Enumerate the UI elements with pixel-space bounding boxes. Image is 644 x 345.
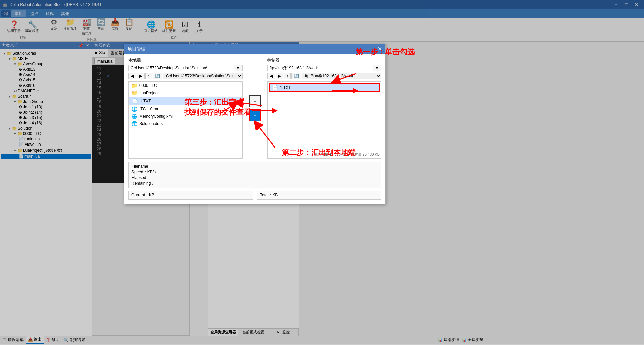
- modal-controller-path-input[interactable]: [267, 65, 371, 71]
- file-item-name: 0000_ITC: [139, 83, 157, 88]
- modal-controller-label: 控制器: [267, 58, 381, 63]
- modal-local-path-input[interactable]: [128, 65, 232, 71]
- modal-remaining: Remaining：: [131, 181, 378, 186]
- modal-body: 本地端 ▼ ◀ ▶ ↑ 🔄 C:\Users\15723\Desktop\Sol…: [124, 54, 385, 204]
- disk-info: 剩余容量 19,580 KB，总容量 20,480 KB: [314, 152, 380, 157]
- archive-icon: 🌐: [131, 106, 137, 112]
- modal-transfer-col: → ←: [247, 58, 263, 159]
- file-item-itcrar[interactable]: 🌐 ITC.1.0.rar: [129, 105, 242, 113]
- transfer-to-local-btn[interactable]: ←: [249, 109, 261, 121]
- file-item-luaproject[interactable]: 📁 LuaProject: [129, 89, 242, 97]
- modal-local-label: 本地端: [128, 58, 243, 63]
- modal-elapsed: Elapsed：: [131, 175, 378, 181]
- modal-ctrl-nav-select[interactable]: ftp://lua@192.168.1.2/work: [302, 73, 381, 79]
- modal-current: Current：KB: [128, 191, 253, 200]
- file-item-name: Solution.dras: [139, 121, 163, 126]
- modal-local-col: 本地端 ▼ ◀ ▶ ↑ 🔄 C:\Users\15723\Desktop\Sol…: [128, 58, 243, 159]
- modal-controller-file-list: 📄 1.TXT 剩余容量 19,580 KB，总容量 20,480 KB: [267, 81, 381, 159]
- modal-controller-path-row: ▼: [267, 65, 381, 71]
- modal-title-bar: 项目管理 ✕: [124, 44, 385, 54]
- modal-close-button[interactable]: ✕: [378, 46, 382, 52]
- modal-speed: Speed：KB/s: [131, 169, 378, 175]
- modal-nav-back[interactable]: ◀: [128, 73, 136, 79]
- file-item-name: MemoryConfig.xml: [139, 114, 173, 119]
- file-item-0000itc[interactable]: 📁 0000_ITC: [129, 82, 242, 89]
- folder-icon: 📁: [131, 90, 137, 96]
- modal-local-path-row: ▼: [128, 65, 243, 71]
- modal-controller-nav-row: ◀ ▶ ↑ 🔄 ftp://lua@192.168.1.2/work: [267, 73, 381, 79]
- modal-nav-refresh[interactable]: 🔄: [153, 73, 162, 79]
- file-item-name: ITC.1.0.rar: [139, 107, 158, 111]
- modal-ctrl-nav-refresh[interactable]: 🔄: [291, 73, 301, 79]
- modal-local-file-list: 📁 0000_ITC 📁 LuaProject 📄 1.TXT 🌐: [128, 81, 243, 159]
- modal-local-path-dropdown[interactable]: ▼: [234, 65, 243, 71]
- modal-controller-path-dropdown[interactable]: ▼: [373, 65, 381, 71]
- file-item-memconfig[interactable]: 🌐 MemoryConfig.xml: [129, 113, 242, 120]
- file-item-name: 1.TXT: [140, 99, 151, 103]
- modal-nav-forward[interactable]: ▶: [137, 73, 145, 79]
- file-item-name: LuaProject: [139, 91, 158, 95]
- ctrl-file-item-1txt[interactable]: 📄 1.TXT: [269, 83, 380, 92]
- modal-progress-row: Current：KB Total：KB: [128, 191, 381, 200]
- modal-status-row: Filename： Speed：KB/s Elapsed： Remaining：: [128, 162, 381, 188]
- project-manager-modal: 项目管理 ✕ 本地端 ▼ ◀ ▶ ↑ 🔄: [124, 44, 386, 204]
- file-item-solution[interactable]: 🌐 Solution.dras: [129, 120, 242, 127]
- modal-local-nav-row: ◀ ▶ ↑ 🔄 C:\Users\15723\Desktop\Solution\…: [128, 73, 243, 79]
- file-item-1txt[interactable]: 📄 1.TXT: [129, 97, 242, 105]
- config-icon: 🌐: [131, 114, 137, 119]
- transfer-to-controller-btn[interactable]: →: [249, 95, 261, 107]
- modal-overlay: 项目管理 ✕ 本地端 ▼ ◀ ▶ ↑ 🔄: [0, 0, 644, 345]
- file-icon: 📄: [132, 98, 138, 104]
- modal-title: 项目管理: [128, 46, 145, 52]
- modal-nav-up[interactable]: ↑: [145, 73, 152, 79]
- modal-local-nav-select[interactable]: C:\Users\15723\Desktop\Solution\Solution…: [163, 73, 242, 79]
- solution-icon: 🌐: [131, 121, 137, 126]
- file-icon: 📄: [272, 85, 278, 90]
- modal-main-row: 本地端 ▼ ◀ ▶ ↑ 🔄 C:\Users\15723\Desktop\Sol…: [128, 58, 381, 159]
- folder-icon: 📁: [131, 83, 137, 88]
- modal-filename: Filename：: [131, 164, 378, 169]
- modal-total: Total：KB: [257, 191, 381, 200]
- disk-info-text: 剩余容量 19,580 KB，总容量 20,480 KB: [314, 152, 380, 156]
- modal-ctrl-nav-forward[interactable]: ▶: [276, 73, 283, 79]
- file-item-name: 1.TXT: [280, 85, 291, 90]
- modal-ctrl-nav-back[interactable]: ◀: [267, 73, 275, 79]
- modal-ctrl-nav-up[interactable]: ↑: [284, 73, 291, 79]
- modal-controller-col: 控制器 ▼ ◀ ▶ ↑ 🔄 ftp://lua@192.168.1.2/work: [267, 58, 381, 159]
